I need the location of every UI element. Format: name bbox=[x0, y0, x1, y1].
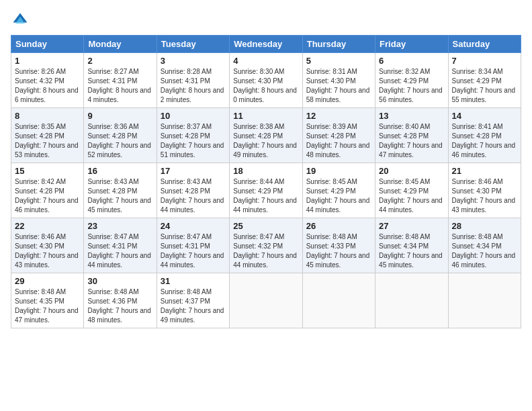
cell-info: Sunrise: 8:32 AMSunset: 4:29 PMDaylight:… bbox=[379, 67, 444, 105]
calendar-cell: 22Sunrise: 8:46 AMSunset: 4:30 PMDayligh… bbox=[11, 218, 84, 273]
cell-info: Sunrise: 8:39 AMSunset: 4:28 PMDaylight:… bbox=[306, 122, 371, 160]
day-number: 18 bbox=[233, 166, 298, 176]
cell-info: Sunrise: 8:36 AMSunset: 4:28 PMDaylight:… bbox=[87, 122, 152, 160]
day-number: 27 bbox=[379, 221, 444, 231]
empty-cell bbox=[375, 273, 448, 328]
cell-info: Sunrise: 8:35 AMSunset: 4:28 PMDaylight:… bbox=[15, 122, 80, 160]
calendar-cell: 31Sunrise: 8:48 AMSunset: 4:37 PMDayligh… bbox=[157, 273, 229, 328]
day-number: 28 bbox=[452, 221, 517, 231]
cell-info: Sunrise: 8:41 AMSunset: 4:28 PMDaylight:… bbox=[452, 122, 517, 160]
calendar-cell: 25Sunrise: 8:47 AMSunset: 4:32 PMDayligh… bbox=[230, 218, 302, 273]
cell-info: Sunrise: 8:45 AMSunset: 4:29 PMDaylight:… bbox=[306, 177, 371, 215]
weekday-header-tuesday: Tuesday bbox=[157, 36, 229, 53]
day-number: 6 bbox=[379, 56, 444, 66]
day-number: 31 bbox=[161, 276, 226, 286]
calendar-cell: 1Sunrise: 8:26 AMSunset: 4:32 PMDaylight… bbox=[11, 53, 84, 108]
calendar-cell: 23Sunrise: 8:47 AMSunset: 4:31 PMDayligh… bbox=[84, 218, 157, 273]
calendar-cell: 11Sunrise: 8:38 AMSunset: 4:28 PMDayligh… bbox=[230, 108, 302, 163]
calendar-week-row: 29Sunrise: 8:48 AMSunset: 4:35 PMDayligh… bbox=[11, 273, 521, 328]
calendar-cell: 21Sunrise: 8:46 AMSunset: 4:30 PMDayligh… bbox=[448, 163, 521, 218]
cell-info: Sunrise: 8:48 AMSunset: 4:34 PMDaylight:… bbox=[379, 232, 444, 270]
day-number: 10 bbox=[161, 111, 226, 121]
weekday-header-wednesday: Wednesday bbox=[230, 36, 302, 53]
calendar-cell: 2Sunrise: 8:27 AMSunset: 4:31 PMDaylight… bbox=[84, 53, 157, 108]
weekday-header-thursday: Thursday bbox=[302, 36, 375, 53]
calendar-cell: 15Sunrise: 8:42 AMSunset: 4:28 PMDayligh… bbox=[11, 163, 84, 218]
day-number: 21 bbox=[452, 166, 517, 176]
cell-info: Sunrise: 8:40 AMSunset: 4:28 PMDaylight:… bbox=[379, 122, 444, 160]
cell-info: Sunrise: 8:47 AMSunset: 4:31 PMDaylight:… bbox=[87, 232, 152, 270]
day-number: 1 bbox=[15, 56, 80, 66]
calendar-cell: 20Sunrise: 8:45 AMSunset: 4:29 PMDayligh… bbox=[375, 163, 448, 218]
day-number: 4 bbox=[233, 56, 298, 66]
day-number: 15 bbox=[15, 166, 80, 176]
day-number: 16 bbox=[87, 166, 152, 176]
calendar-cell: 16Sunrise: 8:43 AMSunset: 4:28 PMDayligh… bbox=[84, 163, 157, 218]
day-number: 3 bbox=[161, 56, 226, 66]
weekday-header-monday: Monday bbox=[84, 36, 157, 53]
empty-cell bbox=[302, 273, 375, 328]
calendar-cell: 30Sunrise: 8:48 AMSunset: 4:36 PMDayligh… bbox=[84, 273, 157, 328]
weekday-header-friday: Friday bbox=[375, 36, 448, 53]
cell-info: Sunrise: 8:27 AMSunset: 4:31 PMDaylight:… bbox=[87, 67, 152, 105]
cell-info: Sunrise: 8:31 AMSunset: 4:30 PMDaylight:… bbox=[306, 67, 371, 105]
day-number: 19 bbox=[306, 166, 371, 176]
page-header bbox=[11, 11, 521, 30]
day-number: 26 bbox=[306, 221, 371, 231]
empty-cell bbox=[230, 273, 302, 328]
cell-info: Sunrise: 8:46 AMSunset: 4:30 PMDaylight:… bbox=[15, 232, 80, 270]
calendar-header-row: SundayMondayTuesdayWednesdayThursdayFrid… bbox=[11, 36, 521, 53]
day-number: 11 bbox=[233, 111, 298, 121]
calendar-table: SundayMondayTuesdayWednesdayThursdayFrid… bbox=[11, 35, 521, 328]
cell-info: Sunrise: 8:48 AMSunset: 4:35 PMDaylight:… bbox=[15, 287, 80, 325]
cell-info: Sunrise: 8:43 AMSunset: 4:28 PMDaylight:… bbox=[87, 177, 152, 215]
day-number: 22 bbox=[15, 221, 80, 231]
day-number: 20 bbox=[379, 166, 444, 176]
cell-info: Sunrise: 8:26 AMSunset: 4:32 PMDaylight:… bbox=[15, 67, 80, 105]
calendar-cell: 18Sunrise: 8:44 AMSunset: 4:29 PMDayligh… bbox=[230, 163, 302, 218]
cell-info: Sunrise: 8:38 AMSunset: 4:28 PMDaylight:… bbox=[233, 122, 298, 160]
cell-info: Sunrise: 8:48 AMSunset: 4:36 PMDaylight:… bbox=[87, 287, 152, 325]
cell-info: Sunrise: 8:48 AMSunset: 4:37 PMDaylight:… bbox=[161, 287, 226, 325]
day-number: 7 bbox=[452, 56, 517, 66]
day-number: 23 bbox=[87, 221, 152, 231]
cell-info: Sunrise: 8:47 AMSunset: 4:32 PMDaylight:… bbox=[233, 232, 298, 270]
day-number: 14 bbox=[452, 111, 517, 121]
calendar-cell: 26Sunrise: 8:48 AMSunset: 4:33 PMDayligh… bbox=[302, 218, 375, 273]
day-number: 2 bbox=[87, 56, 152, 66]
cell-info: Sunrise: 8:42 AMSunset: 4:28 PMDaylight:… bbox=[15, 177, 80, 215]
calendar-cell: 9Sunrise: 8:36 AMSunset: 4:28 PMDaylight… bbox=[84, 108, 157, 163]
logo-icon bbox=[11, 11, 30, 30]
calendar-cell: 24Sunrise: 8:47 AMSunset: 4:31 PMDayligh… bbox=[157, 218, 229, 273]
day-number: 8 bbox=[15, 111, 80, 121]
calendar-cell: 19Sunrise: 8:45 AMSunset: 4:29 PMDayligh… bbox=[302, 163, 375, 218]
calendar-cell: 13Sunrise: 8:40 AMSunset: 4:28 PMDayligh… bbox=[375, 108, 448, 163]
cell-info: Sunrise: 8:47 AMSunset: 4:31 PMDaylight:… bbox=[161, 232, 226, 270]
cell-info: Sunrise: 8:48 AMSunset: 4:33 PMDaylight:… bbox=[306, 232, 371, 270]
day-number: 17 bbox=[161, 166, 226, 176]
cell-info: Sunrise: 8:30 AMSunset: 4:30 PMDaylight:… bbox=[233, 67, 298, 105]
day-number: 25 bbox=[233, 221, 298, 231]
cell-info: Sunrise: 8:28 AMSunset: 4:31 PMDaylight:… bbox=[161, 67, 226, 105]
day-number: 5 bbox=[306, 56, 371, 66]
calendar-cell: 6Sunrise: 8:32 AMSunset: 4:29 PMDaylight… bbox=[375, 53, 448, 108]
weekday-header-saturday: Saturday bbox=[448, 36, 521, 53]
calendar-cell: 12Sunrise: 8:39 AMSunset: 4:28 PMDayligh… bbox=[302, 108, 375, 163]
logo bbox=[11, 11, 32, 30]
calendar-cell: 8Sunrise: 8:35 AMSunset: 4:28 PMDaylight… bbox=[11, 108, 84, 163]
day-number: 9 bbox=[87, 111, 152, 121]
cell-info: Sunrise: 8:48 AMSunset: 4:34 PMDaylight:… bbox=[452, 232, 517, 270]
calendar-week-row: 8Sunrise: 8:35 AMSunset: 4:28 PMDaylight… bbox=[11, 108, 521, 163]
calendar-cell: 3Sunrise: 8:28 AMSunset: 4:31 PMDaylight… bbox=[157, 53, 229, 108]
calendar-cell: 14Sunrise: 8:41 AMSunset: 4:28 PMDayligh… bbox=[448, 108, 521, 163]
weekday-header-sunday: Sunday bbox=[11, 36, 84, 53]
day-number: 29 bbox=[15, 276, 80, 286]
calendar-cell: 4Sunrise: 8:30 AMSunset: 4:30 PMDaylight… bbox=[230, 53, 302, 108]
cell-info: Sunrise: 8:46 AMSunset: 4:30 PMDaylight:… bbox=[452, 177, 517, 215]
calendar-week-row: 1Sunrise: 8:26 AMSunset: 4:32 PMDaylight… bbox=[11, 53, 521, 108]
cell-info: Sunrise: 8:43 AMSunset: 4:28 PMDaylight:… bbox=[161, 177, 226, 215]
day-number: 30 bbox=[87, 276, 152, 286]
cell-info: Sunrise: 8:44 AMSunset: 4:29 PMDaylight:… bbox=[233, 177, 298, 215]
calendar-cell: 5Sunrise: 8:31 AMSunset: 4:30 PMDaylight… bbox=[302, 53, 375, 108]
cell-info: Sunrise: 8:34 AMSunset: 4:29 PMDaylight:… bbox=[452, 67, 517, 105]
